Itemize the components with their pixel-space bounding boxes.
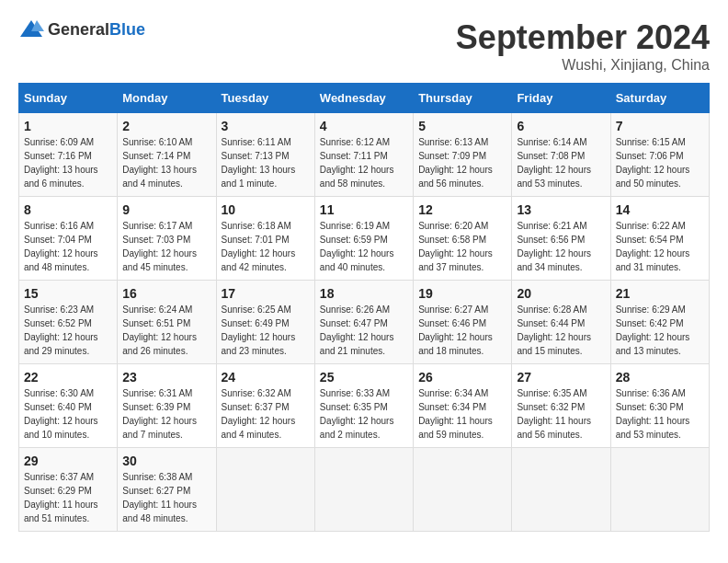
day-number: 1	[24, 119, 112, 133]
day-number: 6	[517, 119, 605, 133]
day-info: Sunrise: 6:10 AMSunset: 7:14 PMDaylight:…	[122, 135, 210, 190]
day-info: Sunrise: 6:28 AMSunset: 6:44 PMDaylight:…	[517, 303, 605, 358]
calendar-body: 1 Sunrise: 6:09 AMSunset: 7:16 PMDayligh…	[19, 113, 710, 532]
day-number: 9	[122, 202, 210, 217]
day-info: Sunrise: 6:18 AMSunset: 7:01 PMDaylight:…	[222, 219, 310, 274]
header-thursday: Thursday	[414, 84, 512, 113]
day-info: Sunrise: 6:34 AMSunset: 6:34 PMDaylight:…	[418, 386, 506, 442]
table-row: 23 Sunrise: 6:31 AMSunset: 6:39 PMDaylig…	[118, 364, 216, 448]
calendar-week-1: 8 Sunrise: 6:16 AMSunset: 7:04 PMDayligh…	[19, 197, 710, 281]
table-row: 26 Sunrise: 6:34 AMSunset: 6:34 PMDaylig…	[414, 364, 512, 448]
logo-general: General	[48, 20, 109, 39]
day-info: Sunrise: 6:17 AMSunset: 7:03 PMDaylight:…	[122, 219, 210, 274]
day-info: Sunrise: 6:31 AMSunset: 6:39 PMDaylight:…	[122, 386, 210, 442]
table-row: 5 Sunrise: 6:13 AMSunset: 7:09 PMDayligh…	[414, 113, 512, 197]
day-info: Sunrise: 6:16 AMSunset: 7:04 PMDaylight:…	[24, 219, 112, 274]
title-area: September 2024 Wushi, Xinjiang, China	[456, 18, 710, 74]
table-row: 29 Sunrise: 6:37 AMSunset: 6:29 PMDaylig…	[19, 448, 118, 532]
table-row: 28 Sunrise: 6:36 AMSunset: 6:30 PMDaylig…	[610, 364, 709, 448]
table-row: 19 Sunrise: 6:27 AMSunset: 6:46 PMDaylig…	[414, 281, 512, 364]
calendar-week-2: 15 Sunrise: 6:23 AMSunset: 6:52 PMDaylig…	[19, 281, 710, 364]
day-info: Sunrise: 6:37 AMSunset: 6:29 PMDaylight:…	[24, 470, 112, 525]
day-number: 23	[122, 370, 210, 385]
day-info: Sunrise: 6:09 AMSunset: 7:16 PMDaylight:…	[24, 135, 112, 190]
header-saturday: Saturday	[610, 84, 709, 113]
day-info: Sunrise: 6:38 AMSunset: 6:27 PMDaylight:…	[122, 470, 210, 525]
table-row: 16 Sunrise: 6:24 AMSunset: 6:51 PMDaylig…	[118, 281, 216, 364]
day-number: 5	[418, 119, 506, 133]
day-number: 13	[517, 202, 605, 217]
logo-blue: Blue	[109, 20, 145, 39]
day-info: Sunrise: 6:20 AMSunset: 6:58 PMDaylight:…	[418, 219, 506, 274]
day-info: Sunrise: 6:14 AMSunset: 7:08 PMDaylight:…	[517, 135, 605, 190]
day-number: 19	[418, 286, 506, 301]
table-row: 9 Sunrise: 6:17 AMSunset: 7:03 PMDayligh…	[118, 197, 216, 281]
header-friday: Friday	[512, 84, 610, 113]
table-row: 25 Sunrise: 6:33 AMSunset: 6:35 PMDaylig…	[314, 364, 413, 448]
calendar-week-4: 29 Sunrise: 6:37 AMSunset: 6:29 PMDaylig…	[19, 448, 710, 532]
table-row: 3 Sunrise: 6:11 AMSunset: 7:13 PMDayligh…	[216, 113, 314, 197]
day-info: Sunrise: 6:32 AMSunset: 6:37 PMDaylight:…	[222, 386, 310, 442]
table-row: 15 Sunrise: 6:23 AMSunset: 6:52 PMDaylig…	[19, 281, 118, 364]
table-row: 18 Sunrise: 6:26 AMSunset: 6:47 PMDaylig…	[314, 281, 413, 364]
calendar-table: Sunday Monday Tuesday Wednesday Thursday…	[18, 83, 710, 532]
day-number: 2	[122, 119, 210, 133]
table-row: 30 Sunrise: 6:38 AMSunset: 6:27 PMDaylig…	[118, 448, 216, 532]
day-number: 4	[320, 119, 408, 133]
table-row: 21 Sunrise: 6:29 AMSunset: 6:42 PMDaylig…	[610, 281, 709, 364]
table-row: 8 Sunrise: 6:16 AMSunset: 7:04 PMDayligh…	[19, 197, 118, 281]
table-row	[216, 448, 314, 532]
day-number: 11	[320, 202, 408, 217]
header-monday: Monday	[118, 84, 216, 113]
day-info: Sunrise: 6:29 AMSunset: 6:42 PMDaylight:…	[616, 303, 704, 358]
day-info: Sunrise: 6:19 AMSunset: 6:59 PMDaylight:…	[320, 219, 408, 274]
day-info: Sunrise: 6:35 AMSunset: 6:32 PMDaylight:…	[517, 386, 605, 442]
day-number: 18	[320, 286, 408, 301]
day-info: Sunrise: 6:15 AMSunset: 7:06 PMDaylight:…	[616, 135, 704, 190]
day-number: 8	[24, 202, 112, 217]
header-sunday: Sunday	[19, 84, 118, 113]
table-row: 14 Sunrise: 6:22 AMSunset: 6:54 PMDaylig…	[610, 197, 709, 281]
day-number: 14	[616, 202, 704, 217]
header-wednesday: Wednesday	[314, 84, 413, 113]
logo-icon	[18, 18, 44, 40]
day-number: 30	[122, 454, 210, 468]
month-title: September 2024	[456, 18, 710, 57]
day-info: Sunrise: 6:23 AMSunset: 6:52 PMDaylight:…	[24, 303, 112, 358]
calendar-week-0: 1 Sunrise: 6:09 AMSunset: 7:16 PMDayligh…	[19, 113, 710, 197]
table-row: 27 Sunrise: 6:35 AMSunset: 6:32 PMDaylig…	[512, 364, 610, 448]
day-info: Sunrise: 6:22 AMSunset: 6:54 PMDaylight:…	[616, 219, 704, 274]
day-info: Sunrise: 6:30 AMSunset: 6:40 PMDaylight:…	[24, 386, 112, 442]
day-number: 12	[418, 202, 506, 217]
table-row	[512, 448, 610, 532]
calendar-header: Sunday Monday Tuesday Wednesday Thursday…	[19, 84, 710, 113]
day-info: Sunrise: 6:12 AMSunset: 7:11 PMDaylight:…	[320, 135, 408, 190]
table-row: 24 Sunrise: 6:32 AMSunset: 6:37 PMDaylig…	[216, 364, 314, 448]
day-number: 26	[418, 370, 506, 385]
logo: GeneralBlue	[18, 18, 145, 40]
day-number: 21	[616, 286, 704, 301]
day-number: 3	[222, 119, 310, 133]
table-row: 17 Sunrise: 6:25 AMSunset: 6:49 PMDaylig…	[216, 281, 314, 364]
table-row: 12 Sunrise: 6:20 AMSunset: 6:58 PMDaylig…	[414, 197, 512, 281]
table-row	[610, 448, 709, 532]
day-info: Sunrise: 6:13 AMSunset: 7:09 PMDaylight:…	[418, 135, 506, 190]
table-row: 20 Sunrise: 6:28 AMSunset: 6:44 PMDaylig…	[512, 281, 610, 364]
table-row: 22 Sunrise: 6:30 AMSunset: 6:40 PMDaylig…	[19, 364, 118, 448]
day-number: 7	[616, 119, 704, 133]
day-number: 24	[222, 370, 310, 385]
day-info: Sunrise: 6:25 AMSunset: 6:49 PMDaylight:…	[222, 303, 310, 358]
table-row: 13 Sunrise: 6:21 AMSunset: 6:56 PMDaylig…	[512, 197, 610, 281]
day-number: 20	[517, 286, 605, 301]
day-info: Sunrise: 6:36 AMSunset: 6:30 PMDaylight:…	[616, 386, 704, 442]
day-info: Sunrise: 6:21 AMSunset: 6:56 PMDaylight:…	[517, 219, 605, 274]
location-title: Wushi, Xinjiang, China	[456, 57, 710, 74]
table-row: 2 Sunrise: 6:10 AMSunset: 7:14 PMDayligh…	[118, 113, 216, 197]
table-row: 1 Sunrise: 6:09 AMSunset: 7:16 PMDayligh…	[19, 113, 118, 197]
day-number: 10	[222, 202, 310, 217]
day-info: Sunrise: 6:11 AMSunset: 7:13 PMDaylight:…	[222, 135, 310, 190]
day-number: 25	[320, 370, 408, 385]
table-row	[414, 448, 512, 532]
page-header: GeneralBlue September 2024 Wushi, Xinjia…	[18, 18, 710, 74]
day-number: 28	[616, 370, 704, 385]
